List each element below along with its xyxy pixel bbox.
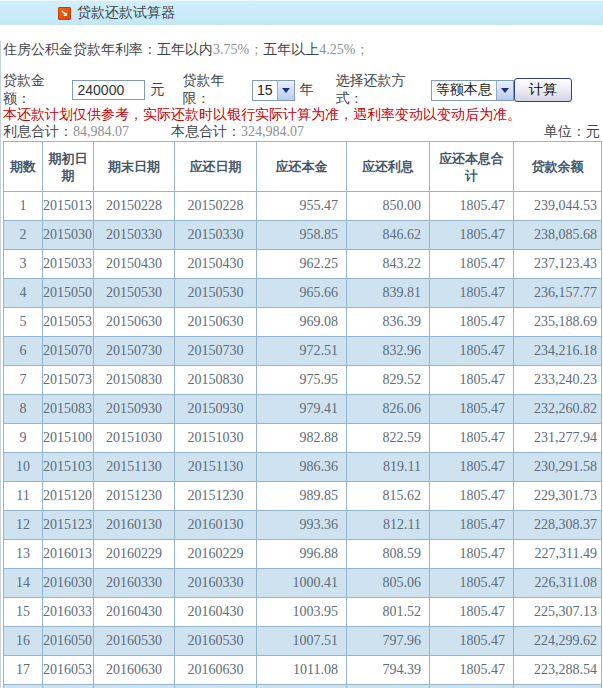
cell-due-date: 20151130 <box>175 453 257 482</box>
cell-principal-due: 1003.95 <box>257 598 347 627</box>
table-row: 9 20151001 20151030 20151030 982.88 822.… <box>4 424 602 453</box>
cell-balance: 236,157.77 <box>514 279 602 308</box>
loan-amount-label: 贷款金额： <box>3 72 67 108</box>
cell-period: 11 <box>4 482 43 511</box>
cell-start-date: 20150831 <box>43 395 94 424</box>
cell-start-date: 20160301 <box>43 569 94 598</box>
table-row: 8 20150831 20150930 20150930 979.41 826.… <box>4 395 602 424</box>
cell-interest-due: 843.22 <box>347 250 430 279</box>
cell-principal-due: 1007.51 <box>257 627 347 656</box>
cell-period: 5 <box>4 308 43 337</box>
header-total-due: 应还本息合计 <box>430 142 514 192</box>
cell-balance: 232,260.82 <box>514 395 602 424</box>
table-row: 10 20151031 20151130 20151130 986.36 819… <box>4 453 602 482</box>
clipped-next-row <box>4 685 602 688</box>
cell-start-date: 20151231 <box>43 511 94 540</box>
cell-end-date: 20160430 <box>94 598 175 627</box>
cell-interest-due: 797.96 <box>347 627 430 656</box>
table-row: 11 20151201 20151230 20151230 989.85 815… <box>4 482 602 511</box>
cell-period: 16 <box>4 627 43 656</box>
calculate-button[interactable]: 计算 <box>514 78 572 102</box>
table-row: 5 20150531 20150630 20150630 969.08 836.… <box>4 308 602 337</box>
cell-balance: 224,299.62 <box>514 627 602 656</box>
cell-end-date: 20150530 <box>94 279 175 308</box>
cell-balance: 238,085.68 <box>514 221 602 250</box>
cell-end-date: 20150630 <box>94 308 175 337</box>
repayment-schedule-table: 期数 期初日期 期末日期 应还日期 应还本金 应还利息 应还本息合计 贷款余额 … <box>3 141 602 688</box>
cell-start-date: 20160501 <box>43 627 94 656</box>
cell-period: 14 <box>4 569 43 598</box>
cell-principal-due: 962.25 <box>257 250 347 279</box>
cell-start-date: 20150131 <box>43 192 94 221</box>
cell-principal-due: 955.47 <box>257 192 347 221</box>
table-row: 3 20150331 20150430 20150430 962.25 843.… <box>4 250 602 279</box>
amount-unit-label: 元 <box>150 81 164 99</box>
table-row: 4 20150501 20150530 20150530 965.66 839.… <box>4 279 602 308</box>
cell-end-date: 20160530 <box>94 627 175 656</box>
cell-period: 17 <box>4 656 43 685</box>
cell-total-due: 1805.47 <box>430 308 514 337</box>
cell-period: 10 <box>4 453 43 482</box>
cell-interest-due: 819.11 <box>347 453 430 482</box>
cell-due-date: 20160330 <box>175 569 257 598</box>
loan-term-select[interactable]: 15 <box>252 80 295 101</box>
table-row: 17 20160531 20160630 20160630 1011.08 79… <box>4 656 602 685</box>
summary-line: 利息合计：84,984.07本息合计：324,984.07 单位：元 <box>3 123 602 140</box>
cell-total-due: 1805.47 <box>430 221 514 250</box>
cell-start-date: 20150331 <box>43 250 94 279</box>
repayment-method-select[interactable]: 等额本息 <box>431 80 514 101</box>
loan-term-label: 贷款年限： <box>182 72 246 108</box>
cell-due-date: 20151230 <box>175 482 257 511</box>
unit-label: 单位：元 <box>544 123 600 139</box>
page-title: 贷款还款试算器 <box>77 4 175 22</box>
cell-balance: 225,307.13 <box>514 598 602 627</box>
cell-interest-due: 805.06 <box>347 569 430 598</box>
cell-period: 1 <box>4 192 43 221</box>
cell-end-date: 20150730 <box>94 337 175 366</box>
cell-total-due: 1805.47 <box>430 482 514 511</box>
table-row: 2 20150301 20150330 20150330 958.85 846.… <box>4 221 602 250</box>
loan-amount-input[interactable] <box>72 80 145 100</box>
cell-interest-due: 815.62 <box>347 482 430 511</box>
cell-total-due: 1805.47 <box>430 598 514 627</box>
header-due-date: 应还日期 <box>175 142 257 192</box>
header-start-date: 期初日期 <box>43 142 94 192</box>
cell-balance: 237,123.43 <box>514 250 602 279</box>
table-row: 13 20160131 20160229 20160229 996.88 808… <box>4 540 602 569</box>
schedule-rows: 1 20150131 20150228 20150228 955.47 850.… <box>4 192 602 685</box>
cell-balance: 228,308.37 <box>514 511 602 540</box>
cell-total-due: 1805.47 <box>430 627 514 656</box>
cell-interest-due: 839.81 <box>347 279 430 308</box>
cell-end-date: 20160630 <box>94 656 175 685</box>
cell-start-date: 20150731 <box>43 366 94 395</box>
cell-balance: 235,188.69 <box>514 308 602 337</box>
cell-period: 3 <box>4 250 43 279</box>
repayment-method-selected-value: 等额本息 <box>432 81 496 99</box>
disclaimer-notice: 本还款计划仅供参考，实际还款时以银行实际计算为准，遇利率变动以变动后为准。 <box>3 106 603 122</box>
rate-label: 住房公积金贷款年利率：五年以内 <box>3 41 213 57</box>
cell-start-date: 20150531 <box>43 308 94 337</box>
cell-balance: 229,301.73 <box>514 482 602 511</box>
table-row: 7 20150731 20150830 20150830 975.95 829.… <box>4 366 602 395</box>
cell-period: 7 <box>4 366 43 395</box>
header-principal-due: 应还本金 <box>257 142 347 192</box>
cell-principal-due: 965.66 <box>257 279 347 308</box>
chevron-down-icon[interactable] <box>277 81 294 100</box>
cell-principal-due: 996.88 <box>257 540 347 569</box>
cell-total-due: 1805.47 <box>430 656 514 685</box>
chevron-down-icon[interactable] <box>496 81 513 100</box>
cell-due-date: 20160630 <box>175 656 257 685</box>
cell-period: 4 <box>4 279 43 308</box>
cell-interest-due: 846.62 <box>347 221 430 250</box>
cell-end-date: 20160229 <box>94 540 175 569</box>
cell-period: 12 <box>4 511 43 540</box>
cell-total-due: 1805.47 <box>430 424 514 453</box>
cell-end-date: 20150330 <box>94 221 175 250</box>
total-amount-label: 本息合计： <box>171 123 241 139</box>
cell-balance: 227,311.49 <box>514 540 602 569</box>
cell-start-date: 20151201 <box>43 482 94 511</box>
table-header: 期数 期初日期 期末日期 应还日期 应还本金 应还利息 应还本息合计 贷款余额 <box>4 142 602 192</box>
cell-total-due: 1805.47 <box>430 511 514 540</box>
cell-start-date: 20150701 <box>43 337 94 366</box>
cell-interest-due: 801.52 <box>347 598 430 627</box>
